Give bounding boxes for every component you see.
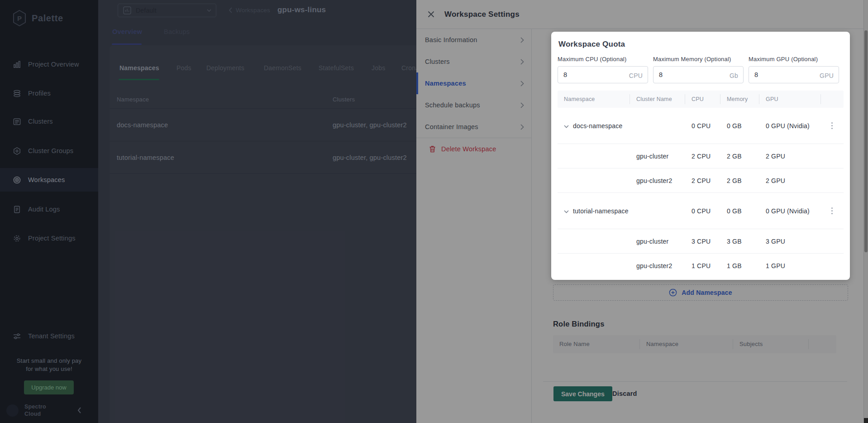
cell-namespace: tutorial-namespace — [110, 154, 333, 161]
save-changes-button[interactable]: Save Changes — [553, 386, 612, 401]
nav-item-label: Clusters — [425, 58, 450, 65]
subtab-jobs[interactable]: Jobs — [372, 64, 401, 72]
scrollbar-corner — [864, 418, 868, 423]
modal-nav-container-images[interactable]: Container Images — [416, 116, 531, 138]
namespace-name-cell[interactable]: docs-namespace — [558, 121, 630, 131]
back-chevron-icon[interactable] — [229, 7, 232, 13]
tab-backups[interactable]: Backups — [164, 28, 190, 35]
sidebar-item-label: Project Overview — [28, 61, 79, 68]
column-header-cluster-name: Cluster Name — [630, 94, 685, 104]
sidebar-item-audit-logs[interactable]: Audit Logs — [0, 198, 98, 220]
cluster-row: gpu-cluster 2 CPU 2 GB 2 GPU — [558, 144, 844, 168]
namespace-name-cell[interactable]: tutorial-namespace — [558, 206, 630, 216]
cpu-cell: 0 CPU — [685, 207, 720, 215]
collapse-sidebar-icon[interactable] — [77, 407, 81, 414]
footer-brand-line1: Spectro — [24, 403, 46, 410]
gpu-cell: 0 GPU (Nvidia) — [759, 207, 821, 215]
footer-brand-line2: Cloud — [24, 410, 46, 418]
cell-namespace: docs-namespace — [110, 121, 333, 129]
chevron-right-icon — [520, 102, 524, 108]
max-cpu-field: Maximum CPU (Optional) CPU — [558, 56, 648, 83]
discard-button[interactable]: Discard — [612, 386, 637, 401]
quota-heading: Workspace Quota — [558, 40, 844, 49]
layers-icon — [13, 89, 21, 98]
gear-icon — [13, 234, 21, 243]
nav-item-label: Container Images — [425, 123, 478, 130]
column-header-actions — [821, 94, 843, 104]
modal-nav: Basic Information Clusters Namespaces Sc… — [416, 29, 532, 423]
breadcrumb-workspaces[interactable]: Workspaces — [236, 7, 270, 14]
nav-item-label: Schedule backups — [425, 101, 480, 109]
cluster-name-cell: gpu-cluster — [630, 153, 685, 160]
column-header-cpu: CPU — [685, 94, 720, 104]
column-header-memory: Memory — [720, 94, 759, 104]
sidebar-item-tenant-settings[interactable]: Tenant Settings — [0, 325, 98, 347]
cluster-name-cell: gpu-cluster — [630, 238, 685, 245]
sidebar-item-cluster-groups[interactable]: Cluster Groups — [0, 140, 98, 162]
palette-logo: P Palette — [13, 10, 63, 26]
column-header-namespace: Namespace — [110, 96, 333, 103]
document-icon — [13, 205, 21, 214]
add-namespace-label: Add Namespace — [682, 289, 732, 296]
chevron-right-icon — [520, 124, 524, 130]
cluster-row: gpu-cluster2 2 CPU 2 GB 2 GPU — [558, 168, 844, 193]
sidebar-item-label: Audit Logs — [28, 206, 60, 213]
modal-nav-clusters[interactable]: Clusters — [416, 51, 531, 72]
memory-unit-label: Gb — [730, 72, 738, 79]
svg-text:P: P — [17, 14, 22, 22]
add-namespace-button[interactable]: Add Namespace — [553, 284, 848, 301]
cell-clusters: gpu-cluster, gpu-cluster2 — [333, 154, 407, 161]
cpu-cell: 0 CPU — [685, 122, 720, 130]
sidebar-item-clusters[interactable]: Clusters — [0, 111, 98, 132]
row-menu-icon[interactable] — [827, 207, 836, 214]
footer-brand: Spectro Cloud — [6, 403, 46, 418]
project-selector-value: Default — [136, 7, 157, 14]
sidebar-item-label: Cluster Groups — [28, 147, 73, 154]
sliders-icon — [13, 332, 21, 341]
active-subtab-underline — [119, 79, 159, 80]
nav-item-label: Basic Information — [425, 36, 477, 43]
close-icon[interactable] — [428, 11, 434, 18]
chevron-down-icon — [564, 125, 569, 128]
chevron-down-icon — [564, 210, 569, 213]
delete-workspace-button[interactable]: Delete Workspace — [416, 138, 531, 160]
gpu-unit-label: GPU — [820, 72, 834, 79]
modal-nav-basic-information[interactable]: Basic Information — [416, 29, 531, 51]
column-header-actions — [809, 339, 836, 349]
brand-name: Palette — [32, 13, 63, 24]
cell-clusters: gpu-cluster, gpu-cluster2 — [333, 121, 407, 129]
scrollbar-thumb[interactable] — [864, 30, 868, 252]
modal-nav-namespaces[interactable]: Namespaces — [416, 72, 531, 94]
max-gpu-label: Maximum GPU (Optional) — [749, 56, 839, 62]
sidebar-item-workspaces[interactable]: Workspaces — [0, 168, 98, 192]
sidebar-item-label: Workspaces — [28, 176, 65, 183]
project-selector[interactable]: Default — [118, 4, 216, 17]
subtab-pods[interactable]: Pods — [176, 64, 206, 72]
row-menu-icon[interactable] — [827, 122, 836, 129]
memory-cell: 2 GB — [720, 153, 759, 160]
subtab-namespaces[interactable]: Namespaces — [119, 64, 176, 72]
max-memory-field: Maximum Memory (Optional) Gb — [653, 56, 744, 83]
sidebar-item-project-overview[interactable]: Project Overview — [0, 53, 98, 75]
max-cpu-label: Maximum CPU (Optional) — [558, 56, 648, 62]
subtab-daemonsets[interactable]: DaemonSets — [264, 64, 319, 72]
promo-text-line2: for what you use! — [0, 365, 98, 373]
sidebar-item-label: Tenant Settings — [28, 332, 75, 340]
sidebar-item-profiles[interactable]: Profiles — [0, 82, 98, 104]
cpu-cell: 2 CPU — [685, 153, 720, 160]
memory-cell: 3 GB — [720, 238, 759, 245]
max-memory-label: Maximum Memory (Optional) — [653, 56, 744, 62]
chevron-right-icon — [520, 59, 524, 65]
upgrade-now-button[interactable]: Upgrade now — [24, 380, 74, 394]
sidebar-item-project-settings[interactable]: Project Settings — [0, 227, 98, 249]
chevron-right-icon — [520, 37, 524, 43]
modal-nav-schedule-backups[interactable]: Schedule backups — [416, 94, 531, 116]
modal-scrollbar[interactable] — [863, 0, 868, 423]
tab-overview[interactable]: Overview — [112, 28, 142, 35]
cluster-row: gpu-cluster2 1 CPU 1 GB 1 GPU — [558, 254, 844, 278]
subtab-statefulsets[interactable]: StatefulSets — [319, 64, 372, 72]
subtab-deployments[interactable]: Deployments — [206, 64, 264, 72]
gpu-cell: 2 GPU — [759, 153, 821, 160]
column-header-role-name: Role Name — [553, 339, 640, 349]
gpu-cell: 0 GPU (Nvidia) — [759, 122, 821, 130]
